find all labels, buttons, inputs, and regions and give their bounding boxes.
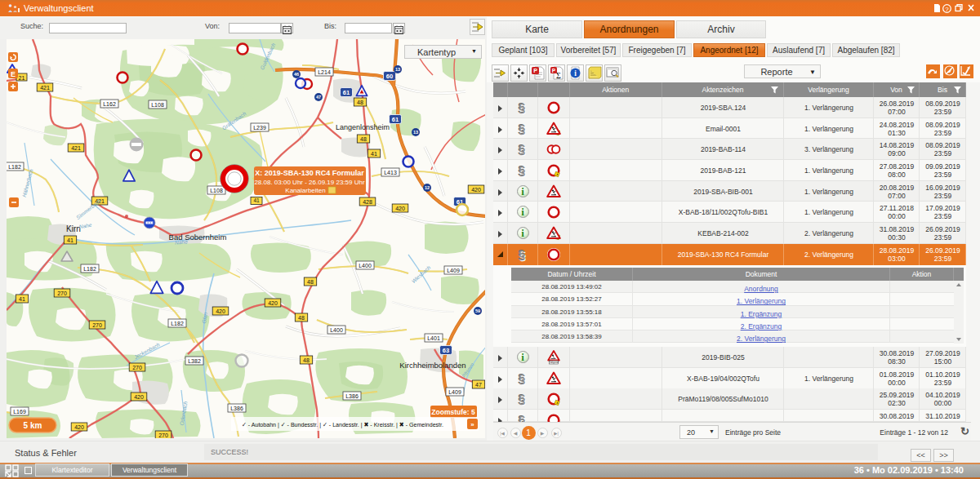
- svg-text:Zoomstufe: 5: Zoomstufe: 5: [431, 408, 475, 416]
- svg-text:63: 63: [443, 347, 449, 354]
- svg-text:✓ - Autobahn | ✓ - Bundesstr.: ✓ - Autobahn | ✓ - Bundesstr. | ✓ - Land…: [242, 421, 443, 428]
- svg-text:Nahe: Nahe: [175, 238, 188, 245]
- svg-text:L108: L108: [210, 188, 223, 193]
- svg-text:12: 12: [425, 185, 430, 190]
- svg-text:Kirchheimbolanden: Kirchheimbolanden: [399, 361, 466, 370]
- svg-text:L400: L400: [359, 263, 372, 268]
- svg-text:47: 47: [475, 382, 482, 388]
- svg-text:Gräfenbach: Gräfenbach: [221, 110, 247, 131]
- svg-text:420: 420: [471, 187, 481, 193]
- svg-text:L239: L239: [253, 125, 266, 131]
- svg-text:48: 48: [357, 100, 363, 105]
- svg-text:420: 420: [74, 424, 84, 430]
- svg-text:270: 270: [158, 432, 168, 438]
- svg-text:270: 270: [132, 365, 142, 370]
- svg-text:Wiesbach: Wiesbach: [410, 264, 431, 285]
- svg-text:421: 421: [71, 145, 81, 151]
- svg-text:41: 41: [67, 237, 74, 243]
- svg-text:Tidtgend: Tidtgend: [549, 361, 559, 364]
- svg-text:L182: L182: [83, 266, 96, 272]
- svg-text:»: »: [470, 421, 474, 428]
- svg-text:28.08. 03:00 Uhr - 26.09.19 23: 28.08. 03:00 Uhr - 26.09.19 23:59 Uhr: [254, 179, 365, 186]
- svg-text:48: 48: [360, 136, 367, 142]
- svg-text:X: 2019-SBA-130 RC4 Formular: X: 2019-SBA-130 RC4 Formular: [255, 169, 364, 177]
- svg-text:41: 41: [371, 151, 377, 157]
- svg-text:Glan: Glan: [201, 312, 208, 324]
- svg-text:46: 46: [294, 72, 299, 77]
- svg-text:L409: L409: [448, 389, 461, 395]
- svg-text:L108: L108: [151, 102, 164, 108]
- svg-text:L400: L400: [330, 327, 343, 333]
- svg-text:Jeckenbach: Jeckenbach: [132, 341, 161, 360]
- svg-text:Langenlonsheim: Langenlonsheim: [336, 123, 390, 131]
- svg-text:P: P: [552, 68, 556, 73]
- svg-text:Hähnerbach: Hähnerbach: [21, 168, 34, 197]
- svg-text:420: 420: [134, 394, 144, 400]
- svg-text:L182: L182: [171, 321, 184, 326]
- svg-text:P: P: [533, 68, 537, 73]
- svg-text:421: 421: [40, 85, 50, 91]
- svg-text:L162: L162: [103, 101, 116, 107]
- svg-text:48: 48: [298, 315, 305, 321]
- svg-text:270: 270: [92, 322, 102, 328]
- svg-text:41: 41: [19, 296, 25, 302]
- svg-text:13: 13: [413, 130, 418, 135]
- svg-text:428: 428: [363, 199, 372, 205]
- svg-text:Nahe: Nahe: [78, 222, 92, 230]
- svg-text:47: 47: [316, 95, 321, 100]
- svg-text:L413: L413: [384, 170, 397, 175]
- svg-text:L386: L386: [345, 393, 359, 399]
- svg-text:48: 48: [303, 357, 310, 363]
- svg-text:Simmerbach: Simmerbach: [75, 197, 102, 220]
- svg-text:60: 60: [386, 73, 393, 80]
- svg-text:L409: L409: [447, 268, 460, 273]
- svg-text:61: 61: [343, 89, 350, 96]
- svg-text:Guldenbach: Guldenbach: [259, 42, 276, 70]
- svg-text:L169: L169: [13, 409, 26, 415]
- svg-text:Kanalarbeiten: Kanalarbeiten: [285, 187, 325, 194]
- svg-text:L214: L214: [318, 69, 331, 75]
- svg-text:61: 61: [392, 116, 399, 123]
- svg-text:Σ: Σ: [556, 71, 561, 80]
- svg-text:L386: L386: [230, 406, 243, 411]
- svg-text:59: 59: [475, 308, 480, 313]
- svg-text:?: ?: [945, 6, 949, 13]
- svg-text:48: 48: [307, 279, 314, 285]
- svg-text:Odenbach: Odenbach: [178, 401, 188, 426]
- svg-text:L182: L182: [8, 164, 21, 170]
- svg-text:L382: L382: [188, 358, 201, 364]
- svg-text:5 km: 5 km: [24, 421, 42, 430]
- svg-text:E: E: [11, 70, 16, 78]
- svg-text:420: 420: [395, 206, 405, 211]
- svg-text:270: 270: [57, 291, 67, 296]
- svg-text:13: 13: [395, 67, 400, 72]
- svg-text:21: 21: [19, 75, 25, 81]
- svg-text:420: 420: [216, 308, 225, 314]
- svg-text:L401: L401: [427, 335, 440, 341]
- svg-text:420: 420: [268, 300, 278, 306]
- svg-text:i: i: [574, 69, 577, 78]
- svg-text:41: 41: [253, 197, 260, 203]
